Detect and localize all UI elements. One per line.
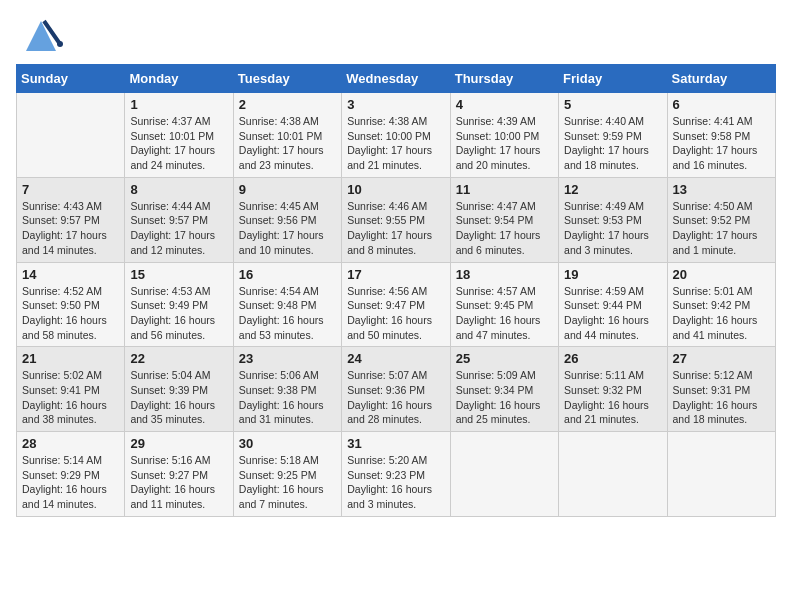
week-row-1: 1Sunrise: 4:37 AM Sunset: 10:01 PM Dayli… (17, 93, 776, 178)
calendar-cell: 8Sunrise: 4:44 AM Sunset: 9:57 PM Daylig… (125, 177, 233, 262)
day-info: Sunrise: 4:37 AM Sunset: 10:01 PM Daylig… (130, 114, 227, 173)
day-number: 26 (564, 351, 661, 366)
weekday-friday: Friday (559, 65, 667, 93)
calendar-cell: 4Sunrise: 4:39 AM Sunset: 10:00 PM Dayli… (450, 93, 558, 178)
day-info: Sunrise: 4:49 AM Sunset: 9:53 PM Dayligh… (564, 199, 661, 258)
logo (16, 16, 70, 56)
calendar-cell (17, 93, 125, 178)
day-number: 7 (22, 182, 119, 197)
calendar-cell: 7Sunrise: 4:43 AM Sunset: 9:57 PM Daylig… (17, 177, 125, 262)
day-info: Sunrise: 4:56 AM Sunset: 9:47 PM Dayligh… (347, 284, 444, 343)
calendar-cell (559, 432, 667, 517)
day-info: Sunrise: 4:53 AM Sunset: 9:49 PM Dayligh… (130, 284, 227, 343)
calendar-cell: 30Sunrise: 5:18 AM Sunset: 9:25 PM Dayli… (233, 432, 341, 517)
day-info: Sunrise: 4:57 AM Sunset: 9:45 PM Dayligh… (456, 284, 553, 343)
calendar-cell: 3Sunrise: 4:38 AM Sunset: 10:00 PM Dayli… (342, 93, 450, 178)
day-number: 18 (456, 267, 553, 282)
svg-marker-0 (26, 21, 56, 51)
calendar-cell: 21Sunrise: 5:02 AM Sunset: 9:41 PM Dayli… (17, 347, 125, 432)
day-info: Sunrise: 4:41 AM Sunset: 9:58 PM Dayligh… (673, 114, 770, 173)
day-number: 4 (456, 97, 553, 112)
day-info: Sunrise: 5:11 AM Sunset: 9:32 PM Dayligh… (564, 368, 661, 427)
day-info: Sunrise: 5:01 AM Sunset: 9:42 PM Dayligh… (673, 284, 770, 343)
day-number: 22 (130, 351, 227, 366)
day-info: Sunrise: 4:38 AM Sunset: 10:01 PM Daylig… (239, 114, 336, 173)
calendar-cell: 15Sunrise: 4:53 AM Sunset: 9:49 PM Dayli… (125, 262, 233, 347)
page-header (16, 16, 776, 56)
weekday-sunday: Sunday (17, 65, 125, 93)
day-number: 8 (130, 182, 227, 197)
day-info: Sunrise: 5:14 AM Sunset: 9:29 PM Dayligh… (22, 453, 119, 512)
day-number: 25 (456, 351, 553, 366)
week-row-2: 7Sunrise: 4:43 AM Sunset: 9:57 PM Daylig… (17, 177, 776, 262)
calendar-cell: 20Sunrise: 5:01 AM Sunset: 9:42 PM Dayli… (667, 262, 775, 347)
calendar-cell: 2Sunrise: 4:38 AM Sunset: 10:01 PM Dayli… (233, 93, 341, 178)
day-number: 28 (22, 436, 119, 451)
day-number: 15 (130, 267, 227, 282)
day-info: Sunrise: 5:06 AM Sunset: 9:38 PM Dayligh… (239, 368, 336, 427)
weekday-tuesday: Tuesday (233, 65, 341, 93)
calendar-cell: 9Sunrise: 4:45 AM Sunset: 9:56 PM Daylig… (233, 177, 341, 262)
day-info: Sunrise: 5:12 AM Sunset: 9:31 PM Dayligh… (673, 368, 770, 427)
day-number: 27 (673, 351, 770, 366)
day-info: Sunrise: 5:18 AM Sunset: 9:25 PM Dayligh… (239, 453, 336, 512)
calendar-cell: 17Sunrise: 4:56 AM Sunset: 9:47 PM Dayli… (342, 262, 450, 347)
day-info: Sunrise: 4:52 AM Sunset: 9:50 PM Dayligh… (22, 284, 119, 343)
calendar-table: SundayMondayTuesdayWednesdayThursdayFrid… (16, 64, 776, 517)
calendar-cell: 31Sunrise: 5:20 AM Sunset: 9:23 PM Dayli… (342, 432, 450, 517)
calendar-cell: 16Sunrise: 4:54 AM Sunset: 9:48 PM Dayli… (233, 262, 341, 347)
day-number: 10 (347, 182, 444, 197)
calendar-cell: 10Sunrise: 4:46 AM Sunset: 9:55 PM Dayli… (342, 177, 450, 262)
weekday-header-row: SundayMondayTuesdayWednesdayThursdayFrid… (17, 65, 776, 93)
calendar-cell: 5Sunrise: 4:40 AM Sunset: 9:59 PM Daylig… (559, 93, 667, 178)
day-number: 1 (130, 97, 227, 112)
calendar-cell (450, 432, 558, 517)
day-number: 19 (564, 267, 661, 282)
day-number: 20 (673, 267, 770, 282)
calendar-cell: 1Sunrise: 4:37 AM Sunset: 10:01 PM Dayli… (125, 93, 233, 178)
day-info: Sunrise: 5:04 AM Sunset: 9:39 PM Dayligh… (130, 368, 227, 427)
day-info: Sunrise: 4:43 AM Sunset: 9:57 PM Dayligh… (22, 199, 119, 258)
day-number: 23 (239, 351, 336, 366)
week-row-4: 21Sunrise: 5:02 AM Sunset: 9:41 PM Dayli… (17, 347, 776, 432)
day-info: Sunrise: 5:07 AM Sunset: 9:36 PM Dayligh… (347, 368, 444, 427)
weekday-wednesday: Wednesday (342, 65, 450, 93)
calendar-header: SundayMondayTuesdayWednesdayThursdayFrid… (17, 65, 776, 93)
calendar-cell (667, 432, 775, 517)
day-info: Sunrise: 4:38 AM Sunset: 10:00 PM Daylig… (347, 114, 444, 173)
day-number: 17 (347, 267, 444, 282)
day-number: 13 (673, 182, 770, 197)
calendar-cell: 24Sunrise: 5:07 AM Sunset: 9:36 PM Dayli… (342, 347, 450, 432)
calendar-cell: 14Sunrise: 4:52 AM Sunset: 9:50 PM Dayli… (17, 262, 125, 347)
day-number: 14 (22, 267, 119, 282)
calendar-body: 1Sunrise: 4:37 AM Sunset: 10:01 PM Dayli… (17, 93, 776, 517)
day-info: Sunrise: 4:50 AM Sunset: 9:52 PM Dayligh… (673, 199, 770, 258)
week-row-5: 28Sunrise: 5:14 AM Sunset: 9:29 PM Dayli… (17, 432, 776, 517)
day-info: Sunrise: 5:20 AM Sunset: 9:23 PM Dayligh… (347, 453, 444, 512)
day-info: Sunrise: 4:45 AM Sunset: 9:56 PM Dayligh… (239, 199, 336, 258)
calendar-cell: 12Sunrise: 4:49 AM Sunset: 9:53 PM Dayli… (559, 177, 667, 262)
day-info: Sunrise: 4:39 AM Sunset: 10:00 PM Daylig… (456, 114, 553, 173)
logo-icon (16, 16, 66, 56)
day-info: Sunrise: 4:40 AM Sunset: 9:59 PM Dayligh… (564, 114, 661, 173)
weekday-monday: Monday (125, 65, 233, 93)
day-info: Sunrise: 5:02 AM Sunset: 9:41 PM Dayligh… (22, 368, 119, 427)
calendar-cell: 25Sunrise: 5:09 AM Sunset: 9:34 PM Dayli… (450, 347, 558, 432)
week-row-3: 14Sunrise: 4:52 AM Sunset: 9:50 PM Dayli… (17, 262, 776, 347)
day-number: 29 (130, 436, 227, 451)
day-info: Sunrise: 4:59 AM Sunset: 9:44 PM Dayligh… (564, 284, 661, 343)
calendar-cell: 18Sunrise: 4:57 AM Sunset: 9:45 PM Dayli… (450, 262, 558, 347)
day-number: 9 (239, 182, 336, 197)
calendar-cell: 29Sunrise: 5:16 AM Sunset: 9:27 PM Dayli… (125, 432, 233, 517)
calendar-cell: 23Sunrise: 5:06 AM Sunset: 9:38 PM Dayli… (233, 347, 341, 432)
day-number: 21 (22, 351, 119, 366)
day-info: Sunrise: 4:46 AM Sunset: 9:55 PM Dayligh… (347, 199, 444, 258)
day-info: Sunrise: 4:44 AM Sunset: 9:57 PM Dayligh… (130, 199, 227, 258)
calendar-cell: 28Sunrise: 5:14 AM Sunset: 9:29 PM Dayli… (17, 432, 125, 517)
calendar-cell: 13Sunrise: 4:50 AM Sunset: 9:52 PM Dayli… (667, 177, 775, 262)
day-number: 2 (239, 97, 336, 112)
day-info: Sunrise: 5:16 AM Sunset: 9:27 PM Dayligh… (130, 453, 227, 512)
day-number: 5 (564, 97, 661, 112)
day-number: 6 (673, 97, 770, 112)
weekday-thursday: Thursday (450, 65, 558, 93)
